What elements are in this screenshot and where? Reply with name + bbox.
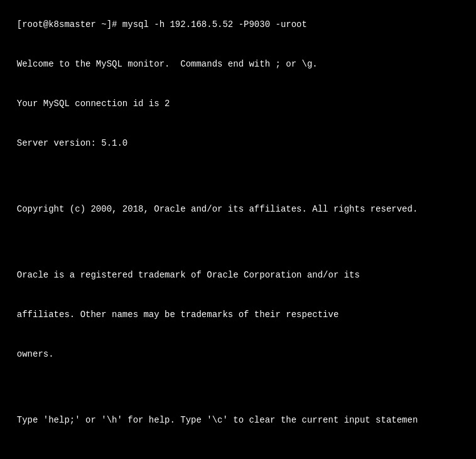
line-help: Type 'help;' or '\h' for help. Type '\c'… [17, 415, 418, 425]
line-welcome: Welcome to the MySQL monitor. Commands e… [17, 59, 318, 69]
line-version: Server version: 5.1.0 [17, 138, 127, 148]
line-oracle1: Oracle is a registered trademark of Orac… [17, 270, 360, 280]
terminal-window: [root@k8smaster ~]# mysql -h 192.168.5.5… [6, 5, 470, 459]
line-oracle3: owners. [17, 349, 54, 359]
line-copyright: Copyright (c) 2000, 2018, Oracle and/or … [17, 204, 418, 214]
line-connid: Your MySQL connection id is 2 [17, 99, 170, 109]
line-cmd: [root@k8smaster ~]# mysql -h 192.168.5.5… [17, 19, 307, 30]
line-oracle2: affiliates. Other names may be trademark… [17, 310, 338, 320]
